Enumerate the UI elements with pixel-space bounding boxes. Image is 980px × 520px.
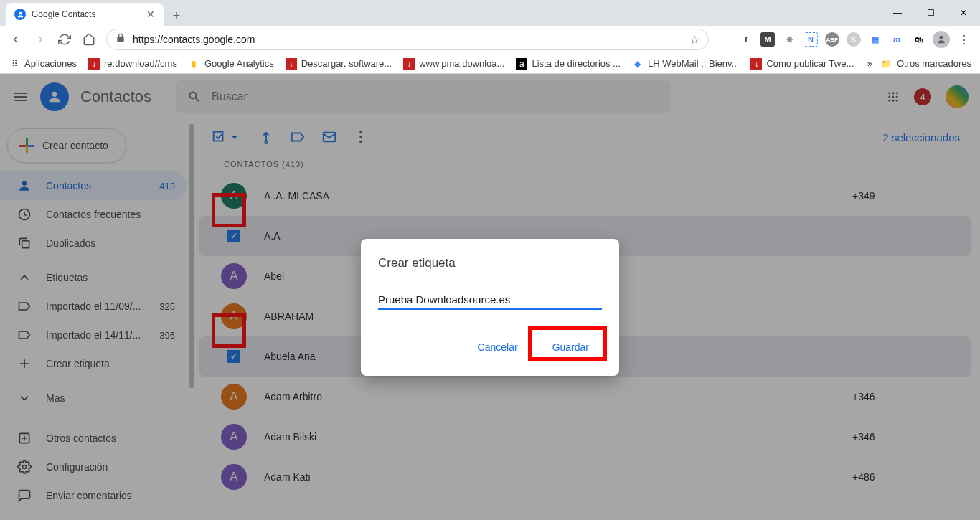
bookmark-item[interactable]: ⠿Aplicaciones (9, 58, 77, 70)
home-button[interactable] (82, 32, 96, 47)
lock-icon (116, 33, 126, 46)
forward-button[interactable] (33, 32, 47, 47)
save-button[interactable]: Guardar (540, 336, 602, 359)
bookmark-item[interactable]: ↓re:download//cms (88, 58, 177, 70)
reload-button[interactable] (57, 32, 72, 47)
svg-point-0 (939, 36, 943, 39)
ext-icon[interactable]: ❋ (782, 32, 796, 47)
chrome-menu-button[interactable]: ⋮ (957, 32, 971, 47)
window-close-button[interactable]: ✕ (947, 0, 980, 26)
url-text: https://contacts.google.com (133, 34, 255, 45)
ext-icon[interactable]: I (739, 32, 753, 47)
favicon (14, 9, 26, 20)
ext-icon[interactable]: K (847, 32, 861, 47)
bookmark-item[interactable]: ◆LH WebMail :: Bienv... (632, 58, 739, 70)
ext-icon[interactable]: N (804, 32, 818, 47)
tab-title: Google Contacts (32, 9, 95, 19)
browser-chrome: Google Contacts ✕ + — ☐ ✕ https://contac… (0, 0, 980, 74)
create-label-dialog: Crear etiqueta Cancelar Guardar (361, 239, 619, 376)
profile-button[interactable] (933, 31, 950, 48)
ext-icon[interactable]: m (890, 32, 904, 47)
star-icon[interactable]: ☆ (689, 33, 699, 47)
window-minimize-button[interactable]: — (881, 0, 914, 26)
back-button[interactable] (9, 32, 23, 47)
ext-icon[interactable]: ▦ (868, 32, 882, 47)
browser-tab[interactable]: Google Contacts ✕ (6, 3, 164, 26)
bookmark-item[interactable]: ▮Google Analytics (189, 58, 274, 70)
modal-overlay: Crear etiqueta Cancelar Guardar (0, 74, 980, 520)
ext-icon[interactable]: ABP (825, 32, 839, 47)
contacts-app: Contactos 4 Crear contacto Contactos 413 (0, 74, 980, 520)
url-box[interactable]: https://contacts.google.com ☆ (106, 29, 709, 50)
ext-icon[interactable]: 🛍 (911, 32, 925, 47)
bookmarks-bar: ⠿Aplicaciones ↓re:download//cms ▮Google … (0, 53, 980, 74)
tab-strip: Google Contacts ✕ + — ☐ ✕ (0, 0, 980, 26)
window-controls: — ☐ ✕ (881, 0, 980, 26)
window-maximize-button[interactable]: ☐ (914, 0, 947, 26)
bookmarks-overflow[interactable]: » (867, 58, 872, 69)
dialog-title: Crear etiqueta (378, 256, 602, 270)
ext-icon[interactable]: M (760, 32, 775, 47)
address-bar: https://contacts.google.com ☆ I M ❋ N AB… (0, 26, 980, 53)
extension-icons: I M ❋ N ABP K ▦ m 🛍 ⋮ (739, 31, 971, 48)
bookmark-item[interactable]: ↓Descargar, software... (286, 58, 392, 70)
bookmark-item[interactable]: ↓Como publicar Twe... (750, 58, 854, 70)
label-name-input[interactable] (378, 290, 602, 310)
cancel-button[interactable]: Cancelar (465, 336, 531, 359)
bookmark-item[interactable]: aLista de directorios ... (516, 58, 621, 70)
bookmark-item[interactable]: ↓www.pma.downloa... (403, 58, 504, 70)
tab-close-icon[interactable]: ✕ (146, 9, 155, 20)
new-tab-button[interactable]: + (166, 6, 187, 26)
other-bookmarks[interactable]: 📁Otros marcadores (881, 58, 971, 70)
